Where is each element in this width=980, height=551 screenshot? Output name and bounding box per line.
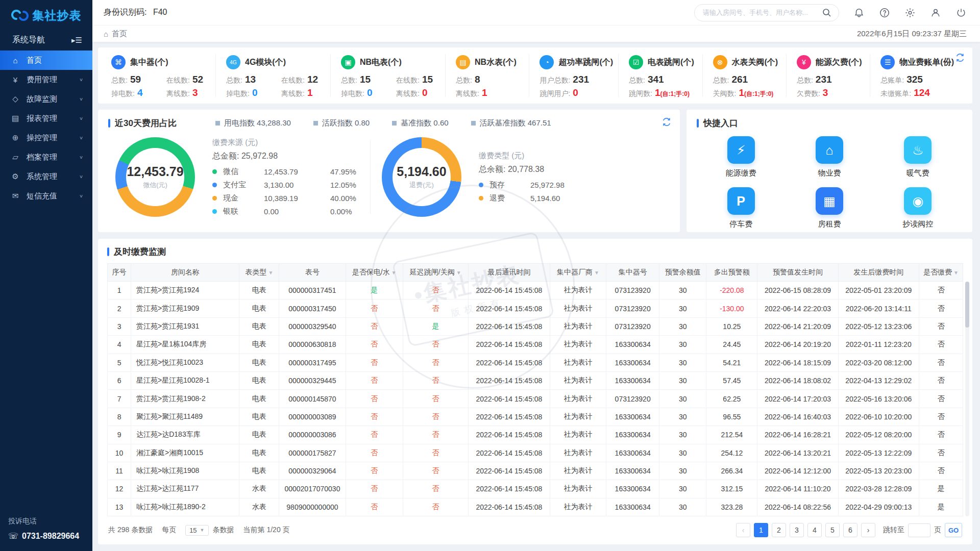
stat-pair-value: 4 [137, 87, 143, 98]
cell-表号: 000000329445 [279, 371, 346, 389]
phone-icon: ☏ [8, 531, 18, 541]
column-header-集中器厂商[interactable]: 集中器厂商▼ [550, 264, 606, 282]
sidebar-item-费用管理[interactable]: ¥费用管理∨ [0, 70, 92, 89]
quick-entry-物业费[interactable]: ⌂物业费 [785, 136, 873, 178]
stat-pair-label: 在线数: [396, 76, 420, 85]
stat-pair-value: 325 [906, 74, 923, 85]
sidebar-item-label: 短信充值 [27, 191, 57, 201]
stat-pair: 跳闸用户:0 [540, 87, 583, 98]
cell-集中器号: 163300634 [606, 426, 659, 444]
quick-entry-停车费[interactable]: P停车费 [697, 187, 785, 229]
legend-dot-icon [212, 209, 217, 214]
quick-entry-能源缴费[interactable]: ⚡能源缴费 [697, 136, 785, 178]
cell-集中器号: 073123920 [606, 299, 659, 317]
sidebar-item-操控管理[interactable]: ⊕操控管理∨ [0, 128, 92, 147]
sidebar-item-短信充值[interactable]: ✉短信充值∨ [0, 186, 92, 206]
cell-最后通讯时间: 2022-06-14 15:45:08 [468, 282, 550, 299]
stat-title: ▤NB水表(个) [456, 55, 524, 69]
cell-延迟跳闸/关阀: 否 [403, 462, 468, 480]
cell-集中器厂商: 社为表计 [550, 498, 606, 516]
column-header-表类型[interactable]: 表类型▼ [239, 264, 279, 282]
stat-pair-extra: (自:1;手:0) [660, 90, 690, 98]
meter-valve-icon: ◉ [904, 187, 932, 215]
help-icon[interactable] [879, 7, 890, 18]
sidebar-item-档案管理[interactable]: ▱档案管理∨ [0, 147, 92, 167]
cell-预警值发生时间: 2022-06-14 08:22:56 [757, 498, 838, 516]
cell-发生后缴费时间: 2022-04-13 12:29:02 [838, 371, 919, 389]
next-page-button[interactable]: › [861, 523, 875, 537]
collapse-menu-icon[interactable]: ▸☰ [71, 36, 82, 45]
cell-发生后缴费时间: 2022-05-12 08:20:00 [838, 426, 919, 444]
page-button-4[interactable]: 4 [807, 523, 822, 537]
sidebar-item-系统管理[interactable]: ⚙系统管理∨ [0, 167, 92, 186]
search-box[interactable] [694, 4, 839, 21]
stat-pair: 离线数:1 [281, 87, 325, 98]
cell-预警值发生时间: 2022-06-15 08:28:09 [757, 282, 838, 299]
cell-延迟跳闸/关阀: 否 [403, 282, 468, 299]
stat-pair: 离线数:1 [456, 87, 500, 98]
cell-房间名称: 湘江豪庭>湘商10015 [131, 444, 239, 462]
per-page-select[interactable]: 15▼ [185, 525, 208, 536]
table-scrollbar-thumb[interactable] [965, 282, 969, 328]
stat-pair-value: 341 [648, 74, 664, 85]
per-page-label: 每页 [162, 525, 176, 535]
page-button-3[interactable]: 3 [790, 523, 804, 537]
cell-发生后缴费时间: 2022-05-12 13:23:06 [838, 317, 919, 335]
sidebar-item-报表管理[interactable]: ▤报表管理∨ [0, 109, 92, 128]
sidebar-item-故障监测[interactable]: ◇故障监测∨ [0, 89, 92, 109]
column-header-是否保电/水[interactable]: 是否保电/水▼ [346, 264, 403, 282]
stat-line: 未缴账单:124 [880, 87, 954, 98]
quick-entry-抄读阀控[interactable]: ◉抄读阀控 [874, 187, 962, 229]
cell-发生后缴费时间: 2022-03-28 12:28:09 [838, 480, 919, 498]
quick-entry-房租费[interactable]: ▦房租费 [785, 187, 873, 229]
stat-title-label: 4G模块(个) [245, 57, 286, 68]
stat-line: 总数:231 [797, 74, 865, 85]
payment-type-legend: 缴费类型 (元) 总余额: 20,778.38 预存25,972.98退费5,1… [479, 151, 597, 203]
page-button-2[interactable]: 2 [772, 523, 786, 537]
bell-icon[interactable] [853, 7, 865, 18]
nav-header: 系统导航 ▸☰ [0, 31, 92, 51]
sort-caret-icon: ▼ [953, 270, 959, 276]
user-icon[interactable] [930, 7, 941, 18]
legend-value: 12,453.79 [264, 167, 330, 176]
prev-page-button[interactable]: ‹ [736, 523, 750, 537]
stat-lines: 用户总数:231跳闸用户:0 [540, 74, 613, 98]
cell-最后通讯时间: 2022-06-14 15:45:08 [468, 371, 550, 389]
stat-pair-value: 231 [816, 74, 832, 85]
column-header-多出预警额: 多出预警额 [706, 264, 757, 282]
sidebar-item-首页[interactable]: ⌂首页 [0, 51, 92, 70]
refresh-chart-icon[interactable] [662, 117, 672, 127]
refresh-stats-icon[interactable] [955, 53, 965, 63]
donut2-center-label: 退费(元) [409, 181, 434, 190]
quick-entry-card: 快捷入口 ⚡能源缴费⌂物业费♨暖气费P停车费▦房租费◉抄读阀控 [687, 110, 972, 232]
jump-page-input[interactable] [908, 523, 930, 537]
cell-序号: 6 [108, 371, 131, 389]
sidebar-item-label: 故障监测 [27, 94, 57, 104]
settings-icon[interactable] [904, 7, 916, 18]
legend-name: 预存 [489, 180, 530, 190]
payment-monitor-card: 及时缴费监测 序号房间名称表类型▼表号是否保电/水▼延迟跳闸/关阀▼最后通讯时间… [98, 239, 972, 544]
legend-row-现金: 现金10,389.1940.00% [212, 193, 366, 203]
stat-pair: 总账单:325 [880, 74, 924, 85]
column-header-是否缴费[interactable]: 是否缴费▼ [919, 264, 963, 282]
legend-value: 25,972.98 [530, 181, 597, 189]
search-input[interactable] [703, 9, 821, 16]
divider [370, 140, 371, 214]
breadcrumb[interactable]: ⌂ 首页 [104, 29, 127, 39]
search-icon[interactable] [821, 7, 832, 18]
page-button-6[interactable]: 6 [843, 523, 857, 537]
stat-能源欠费(个): ¥能源欠费(个)总数:231欠费数:3 [787, 54, 870, 97]
cell-表号: 000000317450 [279, 299, 346, 317]
quick-entry-暖气费[interactable]: ♨暖气费 [874, 136, 962, 178]
stat-title-label: 集中器(个) [130, 57, 168, 68]
power-icon[interactable] [955, 7, 967, 18]
cell-序号: 12 [108, 480, 131, 498]
pager: ‹123456›跳转至页GO [736, 523, 962, 537]
column-header-延迟跳闸/关阀[interactable]: 延迟跳闸/关阀▼ [403, 264, 468, 282]
cell-预警值发生时间: 2022-06-14 11:10:20 [757, 480, 838, 498]
go-button[interactable]: GO [945, 523, 962, 537]
page-button-1[interactable]: 1 [754, 523, 768, 537]
quick-entry-label: 停车费 [729, 219, 752, 229]
page-button-5[interactable]: 5 [825, 523, 840, 537]
cell-表类型: 电表 [239, 462, 279, 480]
